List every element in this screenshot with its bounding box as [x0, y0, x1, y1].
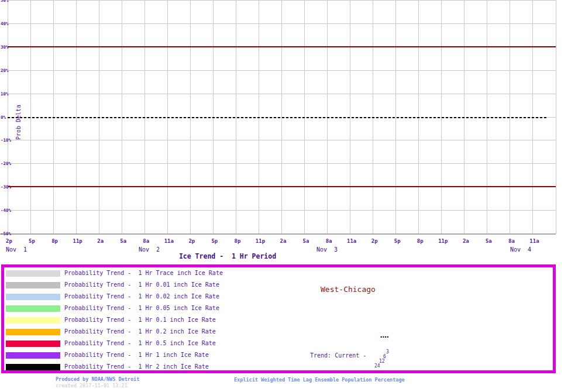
x-tick-label: 8p	[51, 238, 58, 244]
x-tick-label: 11p	[438, 238, 448, 244]
chart-title: Ice Trend - 1 Hr Period	[179, 252, 276, 260]
x-tick-label: 8a	[326, 238, 332, 244]
gridline-horizontal	[8, 0, 556, 1]
x-tick-label: 8p	[417, 238, 424, 244]
y-tick-label: -30%	[1, 184, 11, 190]
gridline-horizontal	[8, 140, 556, 140]
legend-label: Probability Trend - 1 Hr 1 inch Ice Rate	[64, 351, 209, 359]
footer-description: Explicit Weighted Time Lag Ensemble Popu…	[234, 377, 405, 383]
gridline-horizontal	[8, 94, 556, 94]
x-tick-label: 8a	[508, 238, 515, 244]
gridline-horizontal	[8, 23, 556, 24]
reference-line	[8, 186, 556, 187]
x-tick-label: 11p	[256, 238, 265, 244]
x-tick-label: 2a	[280, 238, 287, 244]
legend-swatch	[6, 317, 60, 324]
x-tick-label: 2p	[371, 238, 378, 244]
y-tick-label: -10%	[1, 137, 11, 143]
x-tick-label: 11p	[73, 238, 82, 244]
legend-label: Probability Trend - 1 Hr 0.01 inch Ice R…	[64, 281, 219, 288]
x-tick-label: 5a	[120, 238, 126, 244]
reference-line	[8, 46, 556, 47]
x-tick-label: 5p	[29, 238, 35, 244]
y-tick-label: 0%	[1, 115, 6, 120]
x-tick-label: 5a	[486, 238, 492, 244]
trend-dots-indicator: ....	[379, 332, 388, 339]
x-tick-label: 2p	[188, 238, 195, 244]
x-tick-label: 8a	[143, 238, 149, 244]
trend-current-label: Trend: Current -	[310, 352, 366, 359]
day-label: Nov 4	[510, 246, 531, 253]
day-label: Nov 1	[6, 246, 27, 253]
gridline-horizontal	[8, 210, 556, 211]
legend-swatch	[6, 282, 60, 288]
legend-swatch	[6, 305, 60, 312]
zero-dashed-line	[8, 117, 548, 118]
gridline-horizontal	[8, 163, 556, 164]
x-tick-label: 11a	[164, 238, 174, 244]
legend-swatch	[6, 329, 60, 335]
y-tick-label: 50%	[1, 0, 9, 3]
y-tick-label: 40%	[1, 21, 9, 26]
gridline-horizontal	[8, 70, 556, 71]
x-tick-label: 2p	[6, 238, 12, 244]
y-axis-label: Prob Delta	[15, 105, 22, 140]
legend-swatch	[6, 341, 60, 347]
x-tick-label: 11a	[529, 238, 539, 244]
x-tick-label: 5p	[394, 238, 401, 244]
trend-hour-label: 3	[386, 350, 389, 355]
legend-label: Probability Trend - 1 Hr 0.5 inch Ice Ra…	[64, 339, 216, 347]
produced-by-credit: Produced by NOAA/NWS Detroit	[56, 376, 139, 382]
x-tick-label: 5a	[303, 238, 309, 244]
x-tick-label: 2a	[463, 238, 469, 244]
y-tick-label: 10%	[1, 91, 9, 97]
location-label: West-Chicago	[321, 285, 376, 294]
legend-box: Probability Trend - 1 Hr Trace inch Ice …	[1, 264, 556, 373]
x-tick-label: 11a	[347, 238, 356, 244]
x-tick-label: 5p	[211, 238, 218, 244]
legend-swatch	[6, 270, 60, 277]
legend-swatch	[6, 294, 60, 300]
legend-label: Probability Trend - 1 Hr 0.2 inch Ice Ra…	[64, 328, 216, 335]
legend-label: Probability Trend - 1 Hr 2 inch Ice Rate	[64, 363, 209, 370]
day-label: Nov 3	[316, 246, 338, 253]
legend-label: Probability Trend - 1 Hr 0.05 inch Ice R…	[64, 304, 219, 312]
day-label: Nov 2	[139, 246, 160, 253]
x-tick-label: 2a	[97, 238, 104, 244]
y-tick-label: -50%	[1, 231, 11, 236]
legend-swatch	[6, 364, 60, 370]
y-tick-label: 30%	[1, 44, 9, 50]
created-timestamp: created 2017-11-01 13:21	[56, 383, 128, 388]
ice-trend-chart-page: 50%40%30%20%10%0%-10%-20%-30%-40%-50%2p5…	[0, 0, 585, 392]
legend-swatch	[6, 352, 60, 359]
legend-label: Probability Trend - 1 Hr 0.1 inch Ice Ra…	[64, 316, 216, 324]
x-axis-line	[0, 233, 556, 235]
y-tick-label: -40%	[1, 208, 11, 213]
legend-label: Probability Trend - 1 Hr 0.02 inch Ice R…	[64, 293, 219, 300]
y-tick-label: -20%	[1, 161, 11, 166]
trend-hour-label: 24	[374, 364, 380, 369]
legend-label: Probability Trend - 1 Hr Trace inch Ice …	[64, 269, 223, 277]
y-tick-label: 20%	[1, 68, 9, 73]
x-tick-label: 8p	[234, 238, 240, 244]
